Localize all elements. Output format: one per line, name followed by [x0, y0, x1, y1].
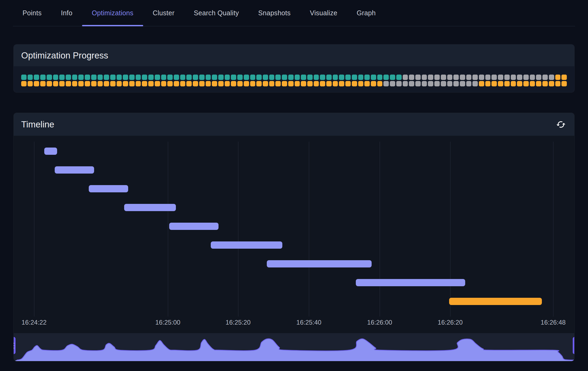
tab-info[interactable]: Info	[51, 0, 82, 26]
segment-cell-orange	[85, 81, 90, 86]
segment-cell-orange	[212, 81, 217, 86]
segment-cell-teal	[85, 75, 90, 80]
refresh-button[interactable]	[555, 119, 567, 130]
axis-tick-label: 16:26:20	[426, 318, 474, 326]
segment-cell-teal	[396, 75, 402, 80]
segment-cell-teal	[129, 75, 135, 80]
gantt-bar-purple[interactable]	[356, 279, 465, 286]
segment-cell-orange	[352, 81, 357, 86]
segment-cell-orange	[269, 81, 275, 86]
segment-cell-orange	[91, 81, 97, 86]
segment-cell-gray	[383, 81, 389, 86]
axis-tick-label: 16:25:40	[285, 318, 333, 326]
segment-cell-orange	[263, 81, 268, 86]
tab-optimizations[interactable]: Optimizations	[82, 0, 143, 26]
timeline-card: Timeline 16:24:2216:25:0016:25:2016:25:4…	[13, 113, 575, 361]
navigator-sparkline	[14, 333, 575, 361]
segment-cell-orange	[364, 81, 370, 86]
segment-cell-teal	[218, 75, 224, 80]
gantt-bar-purple[interactable]	[267, 260, 372, 267]
gridline	[309, 142, 309, 317]
timeline-navigator[interactable]	[14, 333, 574, 361]
segment-cell-gray	[466, 81, 472, 86]
segment-cell-gray	[472, 81, 478, 86]
navigator-right-handle[interactable]	[573, 337, 575, 354]
gantt-bar-purple[interactable]	[169, 223, 219, 230]
segment-cell-teal	[333, 75, 338, 80]
segment-cell-gray	[396, 81, 402, 86]
segment-cell-orange	[28, 81, 33, 86]
tab-graph[interactable]: Graph	[347, 0, 385, 26]
segment-cell-orange	[47, 81, 52, 86]
axis-tick-label: 16:25:00	[144, 318, 192, 326]
segment-cell-teal	[123, 75, 128, 80]
gantt-bar-purple[interactable]	[89, 185, 128, 192]
segment-cell-teal	[231, 75, 236, 80]
segment-cell-orange	[485, 81, 491, 86]
segment-cell-orange	[523, 81, 529, 86]
tab-points[interactable]: Points	[13, 0, 51, 26]
segment-cell-teal	[148, 75, 154, 80]
segment-cell-gray	[415, 75, 421, 80]
tab-snapshots[interactable]: Snapshots	[249, 0, 300, 26]
segment-cell-orange	[542, 81, 548, 86]
segment-cell-teal	[345, 75, 351, 80]
segment-cell-orange	[288, 81, 294, 86]
segment-cell-teal	[371, 75, 376, 80]
segment-cell-orange	[333, 81, 338, 86]
segment-cell-orange	[186, 81, 192, 86]
gantt-bar-orange[interactable]	[449, 298, 542, 305]
tab-bar: PointsInfoOptimizationsClusterSearch Qua…	[13, 0, 575, 26]
tab-label: Snapshots	[258, 9, 291, 17]
segment-cell-teal	[117, 75, 122, 80]
segment-cell-teal	[364, 75, 370, 80]
segment-cell-gray	[422, 81, 427, 86]
segment-cell-teal	[250, 75, 256, 80]
segment-cell-teal	[295, 75, 300, 80]
gantt-bar-purple[interactable]	[44, 148, 57, 155]
segment-cell-orange	[549, 81, 554, 86]
gridline	[380, 142, 380, 317]
refresh-icon	[556, 120, 566, 129]
segment-cell-orange	[555, 75, 561, 80]
navigator-left-handle[interactable]	[13, 337, 16, 354]
segment-cell-gray	[479, 75, 484, 80]
segment-cell-orange	[40, 81, 46, 86]
segment-cell-orange	[206, 81, 211, 86]
segment-cell-teal	[212, 75, 217, 80]
handle-dot	[574, 348, 575, 348]
segment-cell-teal	[225, 75, 230, 80]
tab-search-quality[interactable]: Search Quality	[184, 0, 249, 26]
segment-cell-orange	[561, 81, 567, 86]
segment-cell-orange	[148, 81, 154, 86]
segment-cell-teal	[21, 75, 27, 80]
segment-cell-orange	[104, 81, 109, 86]
segment-cell-teal	[161, 75, 167, 80]
segment-cell-orange	[174, 81, 179, 86]
segment-cell-orange	[555, 81, 561, 86]
segment-cell-teal	[66, 75, 71, 80]
segment-cell-teal	[53, 75, 58, 80]
segment-cell-teal	[282, 75, 287, 80]
gantt-bar-purple[interactable]	[124, 204, 176, 211]
tab-label: Info	[61, 9, 72, 17]
segment-cell-gray	[447, 81, 453, 86]
gridline	[238, 142, 238, 317]
segment-cell-orange	[72, 81, 77, 86]
segment-cell-orange	[282, 81, 287, 86]
segment-cell-teal	[199, 75, 205, 80]
tab-cluster[interactable]: Cluster	[143, 0, 184, 26]
segment-cell-orange	[479, 81, 484, 86]
gridline	[34, 142, 34, 317]
segment-cell-orange	[530, 81, 535, 86]
segment-cell-teal	[28, 75, 33, 80]
gantt-bar-purple[interactable]	[55, 166, 94, 174]
tab-visualize[interactable]: Visualize	[300, 0, 347, 26]
gridline	[168, 142, 168, 317]
segment-cell-teal	[167, 75, 173, 80]
optimization-progress-segments	[14, 66, 574, 86]
gantt-bar-purple[interactable]	[211, 241, 282, 249]
segment-cell-gray	[422, 75, 427, 80]
segment-cell-orange	[377, 81, 383, 86]
segment-cell-gray	[403, 75, 408, 80]
